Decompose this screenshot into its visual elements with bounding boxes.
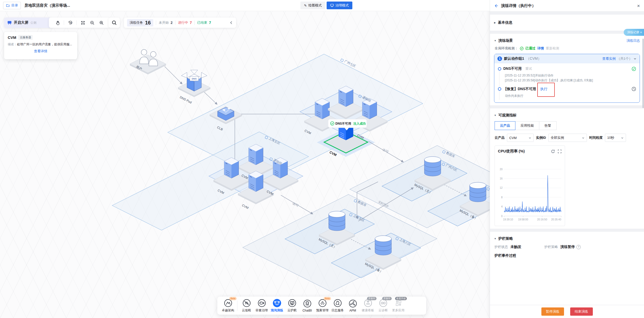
zoom-in-icon[interactable] xyxy=(98,20,104,26)
divider xyxy=(237,300,237,311)
monitor-icon xyxy=(330,4,334,7)
chevron-down-icon[interactable] xyxy=(633,57,637,60)
section-observable-metrics: ▼ 可观测指标 云产品 应用性能 告警 云产品 CVM 实例ID 全部实例 xyxy=(490,108,644,229)
capacity-icon xyxy=(257,299,266,307)
granularity-select[interactable]: 10秒 xyxy=(605,134,626,142)
drill-tasks-total[interactable]: 演练任务 16 xyxy=(127,19,153,27)
svg-text:19:58:00: 19:58:00 xyxy=(518,218,528,221)
panel-header: 演练详情（执行中） × xyxy=(490,0,644,12)
svg-text:20:35:40: 20:35:40 xyxy=(551,218,561,221)
action-item-dns-down: DNS不可用 重试 xyxy=(498,66,636,71)
section-drill-scene: ▼ 演练场景 演练日志 全局环境检测： 已通过 详情 重新检测 1 默认动作组1… xyxy=(490,34,644,105)
dock-item-chaos-drill[interactable]: 混沌演练 xyxy=(269,299,284,313)
fullscreen-icon[interactable] xyxy=(558,149,562,153)
search-button[interactable] xyxy=(109,18,120,28)
rotate-2d-icon[interactable]: 2D xyxy=(67,20,73,26)
env-detail-link[interactable]: 详情 xyxy=(537,46,544,51)
execute-button[interactable]: 执行 xyxy=(539,86,549,91)
action-group-header[interactable]: 1 默认动作组1 （CVM） 查看实例 （共1个） xyxy=(494,54,640,63)
dock-item-plan[interactable]: Beta 预案管理 xyxy=(315,299,330,313)
zoom-out-icon[interactable] xyxy=(89,20,95,26)
product-select[interactable]: CVM xyxy=(507,134,534,142)
status-success-icon xyxy=(632,67,636,71)
log-service-icon xyxy=(333,299,342,307)
dock-item-inspection[interactable]: 云巡检 xyxy=(239,299,254,313)
svg-text:20: 20 xyxy=(500,168,503,171)
help-icon[interactable]: ? xyxy=(576,245,581,249)
dns-pod-node[interactable]: DNS xyxy=(178,70,210,97)
dock-item-escort[interactable]: 云护航 xyxy=(284,299,300,313)
divider xyxy=(76,20,77,25)
svg-text:12: 12 xyxy=(500,186,503,189)
dock-item-diagnosis[interactable]: 开发中 云诊断 xyxy=(375,299,391,313)
dock-item-apm[interactable]: APM xyxy=(345,299,360,312)
svg-text:4: 4 xyxy=(501,205,503,208)
svg-text:16: 16 xyxy=(500,177,503,180)
svg-text:8: 8 xyxy=(501,196,503,199)
expanded-triangle-icon: ▼ xyxy=(494,39,496,42)
close-icon[interactable]: × xyxy=(637,3,640,8)
node-label-dns: DNS Pod xyxy=(179,95,192,104)
tab-cloud-product[interactable]: 云产品 xyxy=(495,121,515,130)
svg-text:20:16:50: 20:16:50 xyxy=(537,218,547,221)
step-ring-icon xyxy=(498,87,501,91)
stat-running[interactable]: 进行中7 xyxy=(178,20,192,25)
section-divider xyxy=(490,12,644,15)
top-bar: 目录 异地双活容灾（演示等场... ✎绘图模式 治理模式 xyxy=(0,0,490,11)
drill-log-link[interactable]: 演练日志 xyxy=(627,38,640,43)
dev-badge: 开发中 xyxy=(367,297,377,300)
stat-finished[interactable]: 已结束7 xyxy=(197,20,211,25)
view-instances-link[interactable]: 查看实例 xyxy=(602,56,616,61)
basic-info-toggle[interactable]: ▶ 基本信息 xyxy=(494,18,640,27)
draw-mode-button[interactable]: ✎绘图模式 xyxy=(300,2,325,9)
section-divider xyxy=(490,229,644,232)
collapse-chevron-icon[interactable] xyxy=(229,21,233,24)
drill-record-tab[interactable]: 演练记录 « xyxy=(624,29,644,36)
refresh-icon[interactable] xyxy=(551,149,555,153)
group-index-badge: 1 xyxy=(497,56,502,61)
view-tools: 2D xyxy=(49,18,110,28)
scene-toggle[interactable]: ▼ 演练场景 xyxy=(494,38,513,43)
pause-drill-button[interactable]: 暂停演练 xyxy=(541,307,564,316)
stat-not-started[interactable]: 未开始2 xyxy=(159,20,173,25)
dock-item-log[interactable]: 日志服务 xyxy=(330,299,345,313)
tab-alerts[interactable]: 告警 xyxy=(539,121,557,130)
stop-drill-button[interactable]: 结束演练 xyxy=(570,307,593,316)
users-node[interactable] xyxy=(130,49,166,74)
status-pending-icon xyxy=(632,87,636,91)
guardrail-policy: 护栏策略 演练暂停? xyxy=(544,245,581,249)
dock-item-health-board[interactable]: 开发中 云诊断 健康看板 xyxy=(360,299,375,313)
chevron-down-icon xyxy=(582,136,585,139)
inspection-icon xyxy=(242,299,251,307)
view-detail-link[interactable]: 查看详情 xyxy=(8,49,74,54)
scrollbar-thumb[interactable] xyxy=(642,39,644,108)
desc-label: 描述： xyxy=(8,42,17,46)
retry-link-disabled[interactable]: 重试 xyxy=(525,66,532,71)
pan-hand-icon[interactable] xyxy=(55,20,61,26)
env-recheck-link[interactable]: 重新检测 xyxy=(546,46,559,51)
catalog-button[interactable]: 目录 xyxy=(3,2,21,9)
app-dock: Beta 卓越架构 云巡检 容量治理 混沌演练 云护航 xyxy=(217,297,426,315)
action-list: DNS不可用 重试 [2025-11-12 20:35:52]开始执行动作 [2… xyxy=(494,63,640,102)
dock-item-architecture[interactable]: Beta 卓越架构 xyxy=(220,299,236,313)
metrics-tabs: 云产品 应用性能 告警 xyxy=(495,121,640,130)
metrics-toggle[interactable]: ▼ 可观测指标 xyxy=(494,111,640,120)
collapsed-triangle-icon: ▶ xyxy=(494,21,496,24)
dock-item-capacity[interactable]: 容量治理 xyxy=(254,299,269,313)
action-log: [2025-11-12 20:35:52]开始执行动作 [2025-11-12 … xyxy=(505,73,636,83)
dock-item-more-apps[interactable]: 欢迎共创 更多应用 xyxy=(391,299,406,313)
instance-select[interactable]: 全部实例 xyxy=(548,134,587,142)
search-icon xyxy=(112,20,117,25)
guardrail-status: 护栏状态 未触发 xyxy=(495,245,521,249)
action-item-dns-recover: 【恢复】DNS不可用 执行 xyxy=(498,87,636,91)
govern-mode-button[interactable]: 治理模式 xyxy=(327,2,352,9)
guardrail-toggle[interactable]: ▼ 护栏策略 xyxy=(494,234,640,243)
open-bigscreen-button[interactable]: 开启大屏 公测 xyxy=(4,18,52,28)
back-arrow-icon[interactable] xyxy=(494,4,498,8)
dock-item-chatbi[interactable]: ChatBI xyxy=(300,299,315,312)
tab-app-performance[interactable]: 应用性能 xyxy=(515,121,539,130)
metrics-filters: 云产品 CVM 实例ID 全部实例 时间粒度 10秒 xyxy=(495,134,640,142)
section-guardrail: ▼ 护栏策略 护栏状态 未触发 护栏策略 演练暂停? 护栏事件过程 xyxy=(490,232,644,262)
fit-view-icon[interactable] xyxy=(80,20,86,26)
diagram-canvas[interactable]: DNS xyxy=(0,0,490,318)
